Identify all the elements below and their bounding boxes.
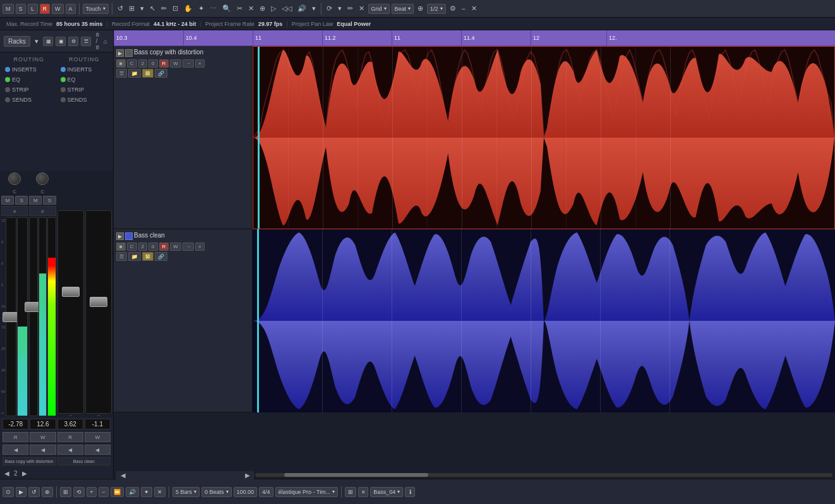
pan-knob-ch1[interactable] [8, 172, 21, 185]
rack-view-btn3[interactable]: ⚙ [68, 37, 78, 46]
track-w-2[interactable]: W [170, 243, 181, 251]
eq-btn-ch1[interactable]: e [1, 206, 28, 216]
racks-label[interactable]: Racks [4, 36, 30, 47]
touch-mode-dropdown[interactable]: Touch [83, 4, 109, 14]
toolbar-a-btn[interactable]: A [66, 4, 76, 14]
smart-icon[interactable]: ✦ [196, 3, 206, 14]
midi-btn[interactable]: ⊞ [60, 487, 71, 497]
zoom2-icon[interactable]: ⊕ [258, 3, 267, 14]
settings-icon[interactable]: ⚙ [448, 3, 458, 14]
rack-view-btn2[interactable]: ▣ [56, 37, 66, 46]
rewind-btn[interactable]: ↺ [28, 487, 40, 497]
sends-left[interactable]: SENDS [3, 95, 56, 104]
track-icon-folder-1[interactable]: 📁 [128, 69, 141, 78]
strip-right[interactable]: STRIP [58, 85, 111, 94]
toolbar-s-btn[interactable]: S [16, 4, 26, 14]
auto-icon[interactable]: ⟳ [325, 3, 334, 14]
vol-icon[interactable]: ▾ [310, 3, 318, 14]
solo-ch1[interactable]: S [15, 196, 28, 205]
track-num-1[interactable]: 2 [138, 59, 147, 68]
track-icon-menu-1[interactable]: ☰ [116, 69, 127, 78]
track-waveform-2[interactable] [253, 229, 835, 412]
track-w-1[interactable]: W [170, 59, 181, 68]
racks-dropdown-icon[interactable]: ▾ [33, 36, 40, 47]
strip-left[interactable]: STRIP [3, 85, 56, 94]
track-num-2[interactable]: 2 [138, 243, 147, 251]
fader-track-ch1[interactable] [6, 217, 16, 416]
horizontal-scrollbar[interactable] [255, 473, 832, 477]
toolbar-m-btn[interactable]: M [3, 4, 14, 14]
zoom-out-btn[interactable]: − [99, 487, 109, 497]
auto-r-ch1[interactable]: R [3, 432, 28, 442]
zoom-in-btn[interactable]: + [87, 487, 97, 497]
auto-w-ch1[interactable]: W [30, 432, 56, 442]
rack-view-btn1[interactable]: ▦ [43, 37, 53, 46]
prev-ch3[interactable]: ◀ [57, 445, 83, 455]
auto-w-ch2[interactable]: W [85, 432, 111, 442]
vol-btn[interactable]: 🔊 [126, 487, 139, 497]
layer-list-btn[interactable]: ≡ [358, 487, 368, 497]
inserts-right[interactable]: INSERTS [58, 65, 111, 74]
play-btn[interactable]: ▶ [16, 487, 27, 497]
track-r-2[interactable]: R [159, 243, 169, 251]
fader-handle-ch4[interactable] [90, 297, 107, 307]
fader-handle-ch3[interactable] [62, 287, 80, 297]
track-expand-1[interactable]: ▶ [116, 49, 124, 57]
drop-icon[interactable]: ▾ [336, 3, 344, 14]
track-dropdown[interactable]: Bass_04 [370, 487, 403, 497]
cross-icon[interactable]: ✕ [357, 3, 366, 14]
eq-right[interactable]: EQ [58, 75, 111, 84]
solo-ch2[interactable]: S [43, 196, 56, 205]
elastic-dropdown[interactable]: élastique Pro - Tim... [275, 487, 339, 497]
record-btn[interactable]: ⊕ [42, 487, 53, 497]
track-icon-link2-2[interactable]: 🔗 [155, 252, 167, 261]
minus-icon[interactable]: − [460, 4, 467, 14]
track-icon-clip-1[interactable]: ⊠ [142, 69, 153, 78]
fader-track-ch2[interactable] [29, 217, 37, 416]
trim-icon[interactable]: ⋯ [208, 3, 219, 14]
track-rec-2[interactable]: ■ [116, 243, 126, 251]
ff-btn[interactable]: ⏩ [111, 487, 124, 497]
beat-dropdown[interactable]: Beat [392, 4, 414, 14]
mute-ch2[interactable]: M [29, 196, 42, 205]
track-zero-1[interactable]: 0 [148, 59, 157, 68]
track-input-2[interactable]: C [127, 243, 137, 251]
speaker-icon[interactable]: 🔊 [296, 3, 308, 14]
scissors-icon[interactable]: ✂ [235, 3, 244, 14]
play-icon[interactable]: ▷ [269, 3, 278, 14]
grid-dropdown[interactable]: Grid [368, 4, 390, 14]
close2-icon[interactable]: ✕ [469, 3, 479, 14]
time-sig-display[interactable]: 4/4 [259, 487, 273, 497]
beats-dropdown[interactable]: 0 Beats [201, 487, 232, 497]
track-icon-folder-2[interactable]: 📁 [128, 252, 141, 261]
track-icon-link2-1[interactable]: 🔗 [155, 69, 167, 78]
loop-btn[interactable]: ⟲ [73, 487, 85, 497]
hand-icon[interactable]: ✋ [182, 3, 195, 14]
pan-knob-ch2[interactable] [36, 172, 49, 185]
track-icon-clip-2[interactable]: ⊠ [142, 252, 153, 261]
track-info-btn[interactable]: ℹ [405, 487, 415, 497]
track-link-2[interactable]: → [183, 243, 194, 251]
sync-btn[interactable]: ✕ [154, 487, 165, 497]
tempo-display[interactable]: 100.00 [234, 487, 258, 497]
eq-left[interactable]: EQ [3, 75, 56, 84]
toolbar-l-btn[interactable]: L [28, 4, 38, 14]
track-r-1[interactable]: R [159, 59, 169, 68]
pointer-icon[interactable]: ↖ [148, 3, 157, 14]
track-waveform-1[interactable] [253, 46, 835, 229]
prev-ch1[interactable]: ◀ [3, 445, 28, 455]
mag-icon[interactable]: ⊕ [416, 3, 425, 14]
expand-icon[interactable]: ▾ [138, 3, 146, 14]
zoom-icon[interactable]: 🔍 [220, 3, 233, 14]
inserts-left[interactable]: INSERTS [3, 65, 56, 74]
track-rec-1[interactable]: ■ [116, 59, 126, 68]
scroll-right-btn[interactable]: ▶ [243, 471, 252, 479]
track-zero-2[interactable]: 0 [148, 243, 157, 251]
rack-home-btn[interactable]: ⌂ [102, 37, 109, 45]
toolbar-w-btn[interactable]: W [52, 4, 64, 14]
pencil-icon[interactable]: ✏ [159, 3, 169, 14]
scrollbar-thumb[interactable] [284, 473, 429, 477]
layers-btn[interactable]: ⊞ [345, 487, 356, 497]
click-btn[interactable]: ✦ [141, 487, 152, 497]
toolbar-r-btn[interactable]: R [40, 4, 51, 14]
